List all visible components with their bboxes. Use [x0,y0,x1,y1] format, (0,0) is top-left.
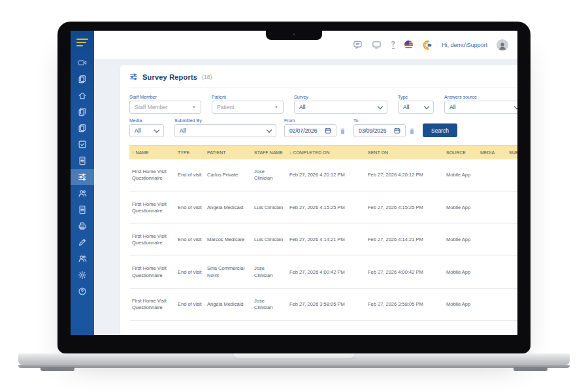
laptop-deck [18,353,570,365]
cell-patient: Angela Medicaid [204,191,252,223]
cell-completed_on: Feb 27, 2026 4:15:25 PM [287,191,365,223]
survey-reports-table: ↑ NAMETYPEPATIENTSTAFF NAME↓ COMPLETED O… [129,145,517,321]
table-row[interactable]: First Home Visit QuestionnaireEnd of vis… [129,256,517,288]
cell-completed_on: Feb 27, 2026 3:58:05 PM [287,288,365,320]
table-row[interactable]: First Home Visit QuestionnaireEnd of vis… [129,288,517,320]
cell-name: First Home Visit Questionnaire [129,288,175,320]
ai-assistant-icon[interactable] [422,40,433,50]
column-header-submitted_by[interactable]: SUBMITTED BY [506,146,517,160]
cell-name: First Home Visit Questionnaire [129,191,175,223]
cell-type: End of visit [175,256,204,288]
cell-source: Mobile App [444,223,478,255]
survey-select[interactable]: All [294,101,387,114]
chat-icon[interactable] [353,40,363,50]
camera-notch [266,31,322,40]
cell-name: First Home Visit Questionnaire [129,223,175,255]
printer-icon [78,221,87,231]
from-date-input[interactable]: 02/07/2026 [284,124,336,137]
staff-member-label: Staff Member [129,95,201,99]
table-row[interactable]: First Home Visit QuestionnaireEnd of vis… [129,223,517,255]
to-label: To [353,118,406,123]
clear-from-date-icon[interactable] [340,127,346,135]
sidebar-item-documents-2[interactable] [71,104,94,120]
sidebar-item-printer[interactable] [71,218,94,234]
monitor-icon[interactable] [372,40,382,50]
media-select[interactable]: All [129,124,164,137]
sidebar-item-settings[interactable] [71,267,94,283]
user-greeting[interactable]: Hi, demo\Support [442,42,487,48]
chevron-down-icon: ▼ [192,105,196,109]
cell-submitted_by [506,256,517,288]
cell-sent_on: Feb 27, 2026 3:58:05 PM [365,288,444,320]
column-header-patient[interactable]: PATIENT [204,146,252,160]
sidebar-item-document-2[interactable] [71,202,94,218]
home-icon [78,91,87,100]
sidebar-item-pencil[interactable] [71,235,94,250]
cell-staff_name: Jose Clinician [252,288,287,320]
clear-to-date-icon[interactable] [409,127,415,135]
search-button[interactable]: Search [423,123,457,137]
sidebar-item-survey-reports[interactable] [71,169,94,185]
sidebar-item-documents-1[interactable] [71,71,94,87]
cell-submitted_by [506,159,517,191]
patient-select[interactable]: Patient ▼ [212,101,284,114]
cell-staff_name: Jose Clinician [252,256,287,288]
filter-row-1: Staff Member Staff Member ▼ Patient Pati… [129,95,517,114]
column-header-type[interactable]: TYPE [175,146,204,160]
us-flag-icon[interactable] [404,41,413,49]
to-date-input[interactable]: 03/09/2026 [353,124,406,137]
help-bulb-icon[interactable]: ? [391,41,395,50]
cell-media [478,223,506,255]
type-label: Type [398,95,434,99]
record-count: (18) [202,74,212,80]
gear-icon [78,270,87,280]
column-header-media[interactable]: MEDIA [478,146,506,160]
staff-member-select[interactable]: Staff Member ▼ [129,101,201,114]
sidebar-item-users-2[interactable] [71,251,94,267]
type-select[interactable]: All [398,101,434,114]
table-header-row: ↑ NAMETYPEPATIENTSTAFF NAME↓ COMPLETED O… [129,146,517,160]
sidebar-item-checkbox[interactable] [71,137,94,152]
submitted-by-select[interactable]: All [174,124,276,137]
cell-media [478,159,506,191]
cell-completed_on: Feb 27, 2026 4:20:12 PM [287,159,365,191]
cell-sent_on: Feb 27, 2026 4:14:21 PM [365,223,444,255]
survey-filters-icon [78,172,87,182]
cell-type: End of visit [175,223,204,255]
sidebar-item-users-1[interactable] [71,186,94,201]
documents-icon [78,123,87,133]
sidebar-item-video[interactable] [71,55,94,71]
calendar-icon [394,127,400,134]
column-header-source[interactable]: SOURCE [444,146,478,160]
column-header-staff_name[interactable]: STAFF NAME [252,146,287,160]
cell-type: End of visit [175,288,204,320]
column-header-completed_on[interactable]: ↓ COMPLETED ON [287,146,365,160]
sidebar-item-help[interactable] [71,284,94,299]
answers-source-select[interactable]: All [444,101,517,114]
table-row[interactable]: First Home Visit QuestionnaireEnd of vis… [129,191,517,223]
patient-label: Patient [212,95,284,99]
cell-submitted_by [506,191,517,223]
sidebar-item-documents-3[interactable] [71,120,94,136]
sidebar-item-document[interactable] [71,153,94,169]
chevron-down-icon [424,103,429,108]
app-screen: ? Hi, demo\Support Su [71,31,517,335]
cell-sent_on: Feb 27, 2026 4:00:42 PM [365,256,444,288]
menu-icon[interactable] [76,37,88,48]
sidebar-item-home[interactable] [71,88,94,103]
cell-type: End of visit [175,191,204,223]
laptop-deck-edge [18,365,570,368]
filter-row-2: Media All Submitted By All [129,118,517,137]
chevron-down-icon [514,103,517,108]
page-title: Survey Reports [142,73,197,81]
laptop-bezel: ? Hi, demo\Support Su [57,22,531,353]
calendar-icon [325,127,331,134]
table-row[interactable]: First Home Visit QuestionnaireEnd of vis… [129,159,517,191]
chevron-down-icon [154,127,159,132]
column-header-name[interactable]: ↑ NAME [129,146,175,160]
cell-name: First Home Visit Questionnaire [129,159,175,191]
user-avatar[interactable] [497,39,508,51]
video-icon [78,58,87,67]
column-header-sent_on[interactable]: SENT ON [365,146,444,160]
cell-submitted_by [506,288,517,320]
